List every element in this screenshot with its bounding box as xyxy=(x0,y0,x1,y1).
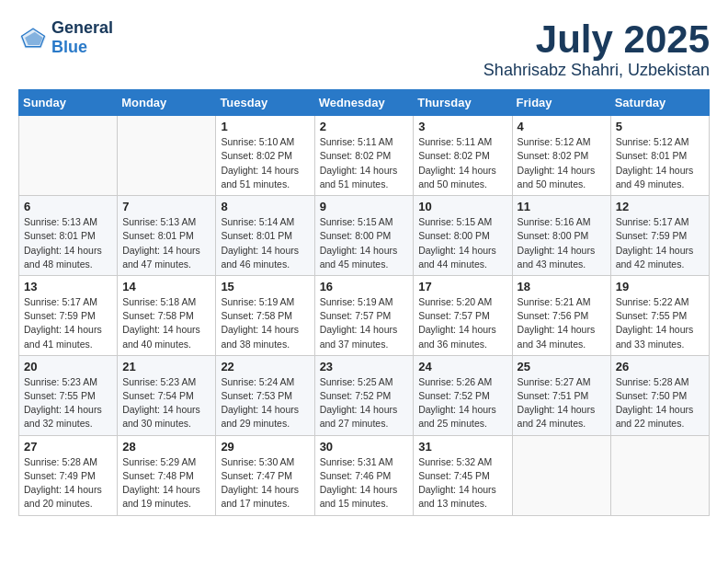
calendar-cell: 17Sunrise: 5:20 AM Sunset: 7:57 PM Dayli… xyxy=(414,275,512,355)
calendar-header-monday: Monday xyxy=(118,90,216,116)
logo: General Blue xyxy=(18,18,113,57)
calendar-cell: 14Sunrise: 5:18 AM Sunset: 7:58 PM Dayli… xyxy=(118,275,216,355)
day-number: 28 xyxy=(122,440,210,454)
day-number: 4 xyxy=(518,120,606,133)
day-info: Sunrise: 5:23 AM Sunset: 7:54 PM Dayligh… xyxy=(122,375,210,431)
day-info: Sunrise: 5:14 AM Sunset: 8:01 PM Dayligh… xyxy=(221,215,309,271)
day-number: 6 xyxy=(24,200,112,213)
title-section: July 2025 Shahrisabz Shahri, Uzbekistan xyxy=(483,18,710,80)
day-info: Sunrise: 5:13 AM Sunset: 8:01 PM Dayligh… xyxy=(122,215,210,271)
calendar-header-sunday: Sunday xyxy=(19,90,118,116)
logo-text: General Blue xyxy=(51,18,113,57)
calendar-cell: 31Sunrise: 5:32 AM Sunset: 7:45 PM Dayli… xyxy=(414,435,512,515)
day-number: 19 xyxy=(616,280,704,293)
calendar-cell: 7Sunrise: 5:13 AM Sunset: 8:01 PM Daylig… xyxy=(118,196,216,276)
calendar-cell: 1Sunrise: 5:10 AM Sunset: 8:02 PM Daylig… xyxy=(216,116,314,196)
calendar-cell: 11Sunrise: 5:16 AM Sunset: 8:00 PM Dayli… xyxy=(512,196,610,276)
day-number: 24 xyxy=(418,360,506,373)
day-info: Sunrise: 5:27 AM Sunset: 7:51 PM Dayligh… xyxy=(518,375,606,431)
calendar-cell: 2Sunrise: 5:11 AM Sunset: 8:02 PM Daylig… xyxy=(314,116,414,196)
calendar-cell xyxy=(118,116,216,196)
day-number: 22 xyxy=(221,360,309,373)
calendar-cell: 10Sunrise: 5:15 AM Sunset: 8:00 PM Dayli… xyxy=(414,196,512,276)
calendar-cell: 19Sunrise: 5:22 AM Sunset: 7:55 PM Dayli… xyxy=(610,275,709,355)
calendar-cell xyxy=(512,435,610,515)
calendar-cell: 8Sunrise: 5:14 AM Sunset: 8:01 PM Daylig… xyxy=(216,196,314,276)
calendar-cell: 25Sunrise: 5:27 AM Sunset: 7:51 PM Dayli… xyxy=(512,355,610,435)
calendar-week-row: 27Sunrise: 5:28 AM Sunset: 7:49 PM Dayli… xyxy=(19,435,710,515)
day-number: 9 xyxy=(320,200,409,213)
day-info: Sunrise: 5:22 AM Sunset: 7:55 PM Dayligh… xyxy=(616,295,704,351)
calendar-header-row: SundayMondayTuesdayWednesdayThursdayFrid… xyxy=(19,90,710,116)
calendar-cell: 22Sunrise: 5:24 AM Sunset: 7:53 PM Dayli… xyxy=(216,355,314,435)
calendar-week-row: 20Sunrise: 5:23 AM Sunset: 7:55 PM Dayli… xyxy=(19,355,710,435)
calendar-cell: 16Sunrise: 5:19 AM Sunset: 7:57 PM Dayli… xyxy=(314,275,414,355)
day-number: 2 xyxy=(320,120,409,133)
calendar-cell: 5Sunrise: 5:12 AM Sunset: 8:01 PM Daylig… xyxy=(610,116,709,196)
day-info: Sunrise: 5:20 AM Sunset: 7:57 PM Dayligh… xyxy=(418,295,506,351)
day-info: Sunrise: 5:13 AM Sunset: 8:01 PM Dayligh… xyxy=(24,215,112,271)
day-info: Sunrise: 5:17 AM Sunset: 7:59 PM Dayligh… xyxy=(616,215,704,271)
calendar-cell: 15Sunrise: 5:19 AM Sunset: 7:58 PM Dayli… xyxy=(216,275,314,355)
calendar-cell xyxy=(610,435,709,515)
calendar-cell: 6Sunrise: 5:13 AM Sunset: 8:01 PM Daylig… xyxy=(19,196,118,276)
day-number: 21 xyxy=(122,360,210,373)
day-info: Sunrise: 5:31 AM Sunset: 7:46 PM Dayligh… xyxy=(320,455,409,511)
day-number: 29 xyxy=(221,440,309,454)
day-number: 7 xyxy=(122,200,210,213)
calendar-header-friday: Friday xyxy=(512,90,610,116)
day-number: 31 xyxy=(418,440,506,454)
day-number: 27 xyxy=(24,440,112,454)
day-number: 8 xyxy=(221,200,309,213)
calendar-cell xyxy=(19,116,118,196)
calendar-cell: 26Sunrise: 5:28 AM Sunset: 7:50 PM Dayli… xyxy=(610,355,709,435)
calendar-cell: 29Sunrise: 5:30 AM Sunset: 7:47 PM Dayli… xyxy=(216,435,314,515)
day-number: 3 xyxy=(418,120,506,133)
day-info: Sunrise: 5:28 AM Sunset: 7:49 PM Dayligh… xyxy=(24,455,112,511)
calendar-table: SundayMondayTuesdayWednesdayThursdayFrid… xyxy=(18,89,710,515)
calendar-week-row: 6Sunrise: 5:13 AM Sunset: 8:01 PM Daylig… xyxy=(19,196,710,276)
day-number: 20 xyxy=(24,360,112,373)
day-info: Sunrise: 5:19 AM Sunset: 7:57 PM Dayligh… xyxy=(320,295,409,351)
calendar-cell: 12Sunrise: 5:17 AM Sunset: 7:59 PM Dayli… xyxy=(610,196,709,276)
day-number: 1 xyxy=(221,120,309,133)
calendar-week-row: 1Sunrise: 5:10 AM Sunset: 8:02 PM Daylig… xyxy=(19,116,710,196)
day-number: 17 xyxy=(418,280,506,293)
calendar-cell: 24Sunrise: 5:26 AM Sunset: 7:52 PM Dayli… xyxy=(414,355,512,435)
day-info: Sunrise: 5:29 AM Sunset: 7:48 PM Dayligh… xyxy=(122,455,210,511)
location-title: Shahrisabz Shahri, Uzbekistan xyxy=(483,61,710,80)
day-info: Sunrise: 5:11 AM Sunset: 8:02 PM Dayligh… xyxy=(320,135,409,191)
calendar-cell: 13Sunrise: 5:17 AM Sunset: 7:59 PM Dayli… xyxy=(19,275,118,355)
day-info: Sunrise: 5:16 AM Sunset: 8:00 PM Dayligh… xyxy=(518,215,606,271)
day-info: Sunrise: 5:18 AM Sunset: 7:58 PM Dayligh… xyxy=(122,295,210,351)
calendar-week-row: 13Sunrise: 5:17 AM Sunset: 7:59 PM Dayli… xyxy=(19,275,710,355)
day-number: 14 xyxy=(122,280,210,293)
day-number: 13 xyxy=(24,280,112,293)
day-info: Sunrise: 5:25 AM Sunset: 7:52 PM Dayligh… xyxy=(320,375,409,431)
calendar-cell: 27Sunrise: 5:28 AM Sunset: 7:49 PM Dayli… xyxy=(19,435,118,515)
day-number: 5 xyxy=(616,120,704,133)
calendar-cell: 4Sunrise: 5:12 AM Sunset: 8:02 PM Daylig… xyxy=(512,116,610,196)
day-info: Sunrise: 5:32 AM Sunset: 7:45 PM Dayligh… xyxy=(418,455,506,511)
calendar-header-tuesday: Tuesday xyxy=(216,90,314,116)
month-title: July 2025 xyxy=(483,18,710,61)
day-info: Sunrise: 5:10 AM Sunset: 8:02 PM Dayligh… xyxy=(221,135,309,191)
day-info: Sunrise: 5:23 AM Sunset: 7:55 PM Dayligh… xyxy=(24,375,112,431)
day-info: Sunrise: 5:21 AM Sunset: 7:56 PM Dayligh… xyxy=(518,295,606,351)
day-info: Sunrise: 5:17 AM Sunset: 7:59 PM Dayligh… xyxy=(24,295,112,351)
day-info: Sunrise: 5:15 AM Sunset: 8:00 PM Dayligh… xyxy=(320,215,409,271)
day-info: Sunrise: 5:30 AM Sunset: 7:47 PM Dayligh… xyxy=(221,455,309,511)
calendar-cell: 18Sunrise: 5:21 AM Sunset: 7:56 PM Dayli… xyxy=(512,275,610,355)
day-number: 30 xyxy=(320,440,409,454)
calendar-header-saturday: Saturday xyxy=(610,90,709,116)
day-number: 23 xyxy=(320,360,409,373)
logo-icon xyxy=(18,25,48,51)
calendar-cell: 20Sunrise: 5:23 AM Sunset: 7:55 PM Dayli… xyxy=(19,355,118,435)
day-number: 12 xyxy=(616,200,704,213)
day-info: Sunrise: 5:28 AM Sunset: 7:50 PM Dayligh… xyxy=(616,375,704,431)
day-number: 11 xyxy=(518,200,606,213)
calendar-cell: 28Sunrise: 5:29 AM Sunset: 7:48 PM Dayli… xyxy=(118,435,216,515)
calendar-header-thursday: Thursday xyxy=(414,90,512,116)
calendar-cell: 23Sunrise: 5:25 AM Sunset: 7:52 PM Dayli… xyxy=(314,355,414,435)
day-info: Sunrise: 5:19 AM Sunset: 7:58 PM Dayligh… xyxy=(221,295,309,351)
